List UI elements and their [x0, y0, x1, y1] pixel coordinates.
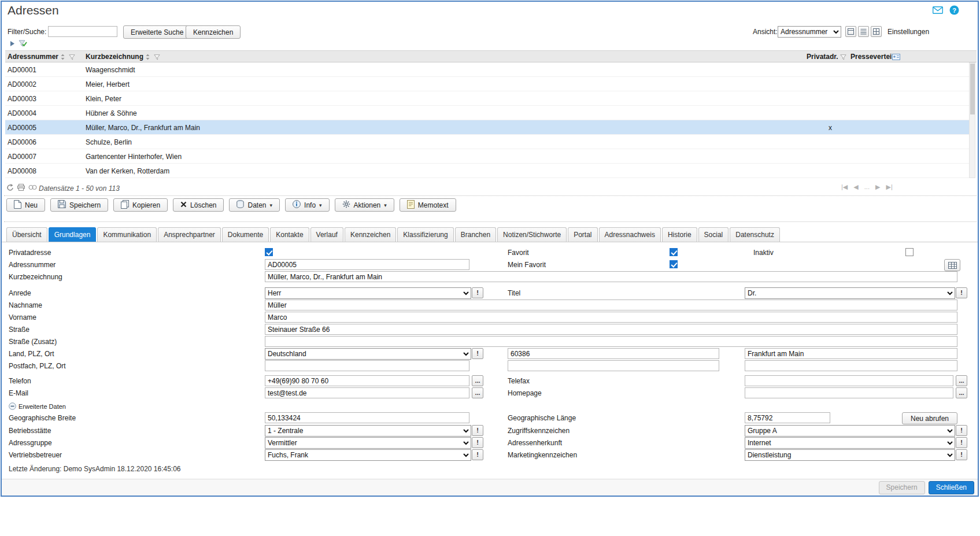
refresh-icon[interactable]: [6, 184, 14, 193]
homepage-input[interactable]: [745, 387, 953, 398]
titel-select[interactable]: Dr.: [745, 287, 955, 299]
column-header-adressnummer[interactable]: Adressnummer: [8, 53, 58, 61]
vertriebsbetreuer-warn-button[interactable]: !: [472, 449, 483, 460]
tab-datenschutz[interactable]: Datenschutz: [730, 227, 780, 242]
table-row[interactable]: AD00001 Waagenschmidt: [5, 62, 970, 77]
aktionen-dropdown-button[interactable]: Aktionen▾: [335, 198, 394, 212]
column-header-privatadr[interactable]: Privatadr.: [807, 53, 838, 61]
table-row[interactable]: AD00008 Van der Kerken, Rotterdam: [5, 164, 970, 178]
anrede-select[interactable]: Herr: [265, 287, 471, 299]
expand-group-icon[interactable]: [10, 40, 15, 49]
ansicht-select[interactable]: Adressnummer: [778, 26, 841, 38]
column-header-presseverteiler[interactable]: Presseverteil: [850, 53, 894, 61]
erweiterte-suche-button[interactable]: Erweiterte Suche: [123, 25, 191, 39]
table-row-selected[interactable]: AD00005 Müller, Marco, Dr., Frankfurt am…: [5, 120, 970, 135]
table-row[interactable]: AD00007 Gartencenter Hinterhofer, Wien: [5, 149, 970, 164]
betriebsstaette-select[interactable]: 1 - Zentrale: [265, 425, 471, 437]
vertriebsbetreuer-select[interactable]: Fuchs, Frank: [265, 449, 471, 461]
kopieren-button[interactable]: Kopieren: [113, 198, 168, 212]
next-page-icon[interactable]: ▶: [875, 183, 880, 191]
speichern-button[interactable]: Speichern: [50, 198, 108, 212]
favorit-checkbox[interactable]: [670, 248, 678, 256]
postfach-input[interactable]: [265, 360, 469, 371]
plz-input[interactable]: [508, 348, 719, 359]
tab-dokumente[interactable]: Dokumente: [222, 227, 269, 242]
last-page-icon[interactable]: ▶|: [886, 183, 892, 191]
tab-grundlagen[interactable]: Grundlagen: [49, 227, 97, 242]
column-header-kurzbezeichnung[interactable]: Kurzbezeichnung: [86, 53, 143, 61]
strasse-zusatz-input[interactable]: [265, 336, 957, 347]
adressenherkunft-select[interactable]: Internet: [745, 437, 955, 449]
postfach-plz-input[interactable]: [508, 360, 719, 371]
mein-favorit-checkbox[interactable]: [670, 260, 678, 268]
marketingkennzeichen-select[interactable]: Dienstleistung: [745, 449, 955, 461]
erweiterte-daten-section-label[interactable]: Erweiterte Daten: [19, 403, 66, 410]
kennzeichen-button[interactable]: Kennzeichen: [186, 25, 241, 39]
betriebsstaette-warn-button[interactable]: !: [472, 425, 483, 436]
land-select[interactable]: Deutschland: [265, 348, 471, 360]
table-row[interactable]: AD00003 Klein, Peter: [5, 91, 970, 106]
mail-icon[interactable]: [933, 6, 943, 16]
table-row[interactable]: AD00004 Hübner & Söhne: [5, 106, 970, 120]
tab-adressnachweis[interactable]: Adressnachweis: [599, 227, 661, 242]
collapse-section-icon[interactable]: [9, 402, 16, 412]
tab-kennzeichen[interactable]: Kennzeichen: [345, 227, 396, 242]
schliessen-button[interactable]: Schließen: [929, 481, 974, 494]
tab-uebersicht[interactable]: Übersicht: [6, 227, 47, 242]
email-input[interactable]: [265, 387, 469, 398]
view-split-button[interactable]: [871, 26, 882, 37]
help-icon[interactable]: ?: [949, 5, 959, 17]
loeschen-button[interactable]: Löschen: [173, 198, 224, 212]
filter-icon[interactable]: [69, 54, 75, 62]
tab-notizen-stichworte[interactable]: Notizen/Stichworte: [497, 227, 567, 242]
tab-portal[interactable]: Portal: [568, 227, 597, 242]
postfach-ort-input[interactable]: [745, 360, 957, 371]
tab-kontakte[interactable]: Kontakte: [270, 227, 309, 242]
email-more-button[interactable]: ...: [472, 387, 483, 398]
nachname-input[interactable]: [265, 300, 957, 310]
filter-active-icon[interactable]: [19, 40, 27, 49]
inaktiv-checkbox[interactable]: [905, 248, 914, 256]
telefon-input[interactable]: [265, 375, 469, 386]
geo-laenge-input[interactable]: [745, 412, 830, 423]
tab-historie[interactable]: Historie: [662, 227, 697, 242]
kurzbezeichnung-input[interactable]: [265, 271, 957, 282]
adressenherkunft-warn-button[interactable]: !: [956, 437, 967, 448]
zugriffskennzeichen-warn-button[interactable]: !: [956, 425, 967, 436]
adressgruppe-warn-button[interactable]: !: [472, 437, 483, 448]
sort-icon[interactable]: [146, 54, 150, 62]
adressgruppe-select[interactable]: Vermittler: [265, 437, 471, 449]
memotext-button[interactable]: Memotext: [400, 198, 456, 212]
table-lookup-button[interactable]: [944, 259, 960, 271]
tab-ansprechpartner[interactable]: Ansprechpartner: [158, 227, 221, 242]
land-warn-button[interactable]: !: [472, 348, 483, 359]
tab-social[interactable]: Social: [698, 227, 729, 242]
scrollbar-thumb[interactable]: [970, 64, 975, 114]
ort-input[interactable]: [745, 348, 957, 359]
info-dropdown-button[interactable]: Info▾: [285, 198, 330, 212]
first-page-icon[interactable]: |◀: [841, 183, 848, 191]
adressnummer-input[interactable]: [265, 259, 469, 270]
telefon-more-button[interactable]: ...: [472, 375, 483, 386]
marketingkennzeichen-warn-button[interactable]: !: [956, 449, 967, 460]
table-row[interactable]: AD00002 Meier, Herbert: [5, 77, 970, 91]
zugriffskennzeichen-select[interactable]: Gruppe A: [745, 425, 955, 437]
privatadresse-checkbox[interactable]: [265, 248, 273, 256]
telefax-input[interactable]: [745, 375, 953, 386]
einstellungen-link[interactable]: Einstellungen: [887, 28, 929, 36]
tab-klassifizierung[interactable]: Klassifizierung: [397, 227, 453, 242]
telefax-more-button[interactable]: ...: [956, 375, 967, 386]
vorname-input[interactable]: [265, 312, 957, 323]
vertical-scrollbar[interactable]: [969, 62, 975, 178]
table-row[interactable]: AD00006 Schulze, Berlin: [5, 135, 970, 149]
filter-icon[interactable]: [840, 54, 846, 62]
view-grid-button[interactable]: [845, 26, 856, 37]
anrede-warn-button[interactable]: !: [472, 287, 483, 298]
neu-button[interactable]: Neu: [6, 198, 45, 212]
tab-kommunikation[interactable]: Kommunikation: [97, 227, 157, 242]
link-icon[interactable]: [28, 184, 37, 192]
daten-dropdown-button[interactable]: Daten▾: [229, 198, 280, 212]
speichern-footer-button[interactable]: Speichern: [879, 481, 925, 494]
filter-icon[interactable]: [154, 54, 160, 62]
neu-abrufen-button[interactable]: Neu abrufen: [902, 412, 957, 424]
